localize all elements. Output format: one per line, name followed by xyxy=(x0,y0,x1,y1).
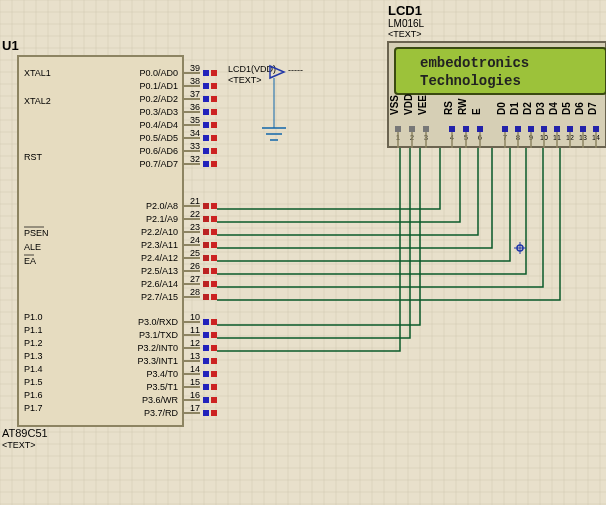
u1-pin-num: 25 xyxy=(190,248,200,258)
u1-pin-num: 37 xyxy=(190,89,200,99)
svg-rect-50 xyxy=(211,294,217,300)
svg-rect-81 xyxy=(449,126,455,132)
svg-rect-53 xyxy=(211,319,217,325)
svg-rect-10 xyxy=(203,96,209,102)
svg-rect-68 xyxy=(211,384,217,390)
svg-rect-74 xyxy=(211,410,217,416)
svg-rect-89 xyxy=(515,126,521,132)
u1-text-marker: <TEXT> xyxy=(2,440,36,450)
svg-rect-55 xyxy=(203,332,209,338)
u1-pin-num: 13 xyxy=(190,351,200,361)
svg-rect-47 xyxy=(211,281,217,287)
u1-pin-num: 15 xyxy=(190,377,200,387)
u1-pin-num: 34 xyxy=(190,128,200,138)
u1-pin-num: 26 xyxy=(190,261,200,271)
lcd-text-marker: <TEXT> xyxy=(388,29,422,39)
lcd-pin-label: VDD xyxy=(403,94,414,115)
lcd-pin-label: D0 xyxy=(496,102,507,115)
u1-pin-label: P2.5/A13 xyxy=(141,266,178,276)
svg-rect-70 xyxy=(203,397,209,403)
u1-pin-label: P2.1/A9 xyxy=(146,214,178,224)
svg-rect-22 xyxy=(203,148,209,154)
svg-rect-35 xyxy=(211,229,217,235)
u1-pin-label: P3.5/T1 xyxy=(146,382,178,392)
u1-left-pin: RST xyxy=(24,152,43,162)
lcd-pin-label: VEE xyxy=(417,95,428,115)
svg-rect-29 xyxy=(211,203,217,209)
u1-pin-label: P0.0/AD0 xyxy=(139,68,178,78)
lcd-pin-label: D3 xyxy=(535,102,546,115)
lcd-line1: embedotronics xyxy=(420,55,529,71)
svg-rect-20 xyxy=(211,135,217,141)
svg-rect-46 xyxy=(203,281,209,287)
u1-pin-num: 24 xyxy=(190,235,200,245)
svg-rect-71 xyxy=(211,397,217,403)
svg-rect-7 xyxy=(203,83,209,89)
u1-pin-num: 23 xyxy=(190,222,200,232)
u1-pin-label: P2.2/A10 xyxy=(141,227,178,237)
svg-rect-26 xyxy=(211,161,217,167)
u1-pin-num: 36 xyxy=(190,102,200,112)
svg-rect-8 xyxy=(211,83,217,89)
u1-pin-label: P3.6/WR xyxy=(142,395,179,405)
u1-left-pin: P1.5 xyxy=(24,377,43,387)
lcd-ref: LCD1 xyxy=(388,3,422,18)
u1-pin-num: 10 xyxy=(190,312,200,322)
u1-pin-num: 17 xyxy=(190,403,200,413)
u1-left-pin: P1.6 xyxy=(24,390,43,400)
u1-pin-label: P2.0/A8 xyxy=(146,201,178,211)
svg-rect-87 xyxy=(502,126,508,132)
u1-pin-num: 27 xyxy=(190,274,200,284)
probe-text-marker: <TEXT> xyxy=(228,75,262,85)
svg-rect-65 xyxy=(211,371,217,377)
u1-pin-label: P0.1/AD1 xyxy=(139,81,178,91)
lcd-pin-label: RW xyxy=(457,98,468,115)
svg-rect-28 xyxy=(203,203,209,209)
svg-rect-93 xyxy=(541,126,547,132)
u1-pin-num: 32 xyxy=(190,154,200,164)
u1-pin-num: 28 xyxy=(190,287,200,297)
u1-pin-label: P0.7/AD7 xyxy=(139,159,178,169)
svg-rect-16 xyxy=(203,122,209,128)
svg-rect-13 xyxy=(203,109,209,115)
u1-pin-label: P0.2/AD2 xyxy=(139,94,178,104)
u1-ref: U1 xyxy=(2,38,19,53)
svg-rect-4 xyxy=(203,70,209,76)
u1-pin-num: 11 xyxy=(190,325,200,335)
u1-pin-label: P2.7/A15 xyxy=(141,292,178,302)
u1-pin-num: 39 xyxy=(190,63,200,73)
u1-left-pin: PSEN xyxy=(24,228,49,238)
svg-rect-52 xyxy=(203,319,209,325)
svg-rect-37 xyxy=(203,242,209,248)
lcd-line2: Technologies xyxy=(420,73,521,89)
u1-left-pin: ALE xyxy=(24,242,41,252)
svg-rect-64 xyxy=(203,371,209,377)
svg-rect-79 xyxy=(423,126,429,132)
svg-rect-59 xyxy=(211,345,217,351)
lcd-pin-label: RS xyxy=(443,101,454,115)
svg-rect-95 xyxy=(554,126,560,132)
svg-rect-32 xyxy=(211,216,217,222)
svg-rect-62 xyxy=(211,358,217,364)
svg-rect-17 xyxy=(211,122,217,128)
svg-rect-101 xyxy=(593,126,599,132)
svg-rect-99 xyxy=(580,126,586,132)
u1-pin-label: P0.3/AD3 xyxy=(139,107,178,117)
lcd-pin-label: D6 xyxy=(574,102,585,115)
u1-pin-label: P3.7/RD xyxy=(144,408,179,418)
lcd-part: LM016L xyxy=(388,18,425,29)
svg-rect-5 xyxy=(211,70,217,76)
svg-rect-67 xyxy=(203,384,209,390)
svg-rect-19 xyxy=(203,135,209,141)
lcd-pin-label: VSS xyxy=(389,95,400,115)
lcd-pin-label: D2 xyxy=(522,102,533,115)
u1-left-pin: P1.4 xyxy=(24,364,43,374)
u1-pin-num: 35 xyxy=(190,115,200,125)
u1-left-pin: XTAL2 xyxy=(24,96,51,106)
u1-left-pin: P1.2 xyxy=(24,338,43,348)
svg-rect-75 xyxy=(395,126,401,132)
u1-pin-label: P3.2/INT0 xyxy=(137,343,178,353)
u1-pin-label: P3.0/RXD xyxy=(138,317,179,327)
svg-rect-25 xyxy=(203,161,209,167)
lcd-pin-label: E xyxy=(471,108,482,115)
